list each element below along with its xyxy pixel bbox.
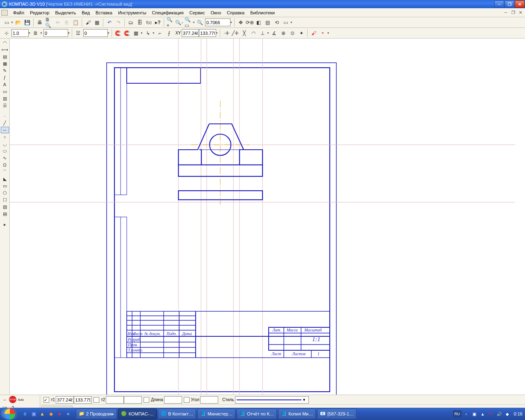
chamfer-tool-icon[interactable]: ◣ (1, 176, 9, 182)
snap-int-icon[interactable]: ╳ (240, 29, 249, 37)
polygon-tool-icon[interactable]: ⬠ (1, 189, 9, 196)
shade-icon[interactable]: ▤ (264, 18, 272, 27)
select-panel-icon[interactable]: ▭ (1, 88, 9, 95)
ql-more-icon[interactable]: » (64, 410, 72, 418)
drawing-canvas[interactable]: Изм. Лист № докум. Подп. Дата Разраб. Пр… (10, 39, 525, 395)
grid-icon[interactable]: ▦ (132, 29, 140, 37)
lang-indicator[interactable]: RU (453, 411, 461, 417)
magnet-on-icon[interactable]: 🧲 (114, 29, 122, 37)
snap-ext-icon[interactable]: ✦ (297, 29, 306, 37)
angle-field[interactable] (200, 396, 218, 404)
arc-tool-icon[interactable]: ◡ (1, 141, 9, 147)
t1-y-field[interactable] (74, 396, 92, 404)
hatch-panel-icon[interactable]: ▦ (1, 60, 9, 67)
tray-volume-icon[interactable]: 🔊 (496, 411, 502, 417)
magnet-off-icon[interactable]: 🧲 (123, 29, 131, 37)
spline-tool-icon[interactable]: ∿ (1, 155, 9, 161)
tray-icon-2[interactable]: ▲ (479, 411, 486, 417)
local-cs-icon[interactable]: ⌐ (156, 29, 164, 37)
snap-near-icon[interactable]: ·✛ (222, 29, 231, 37)
t1-lock[interactable]: ✓ (43, 397, 49, 403)
mdi-minimize-icon[interactable]: ─ (503, 10, 509, 15)
tree-icon[interactable]: 🗄 (136, 18, 144, 27)
snap-norm-icon[interactable]: ⊥ (258, 29, 267, 37)
layer-icon[interactable]: ☱ (74, 29, 82, 37)
style-dropdown[interactable]: ▼ (235, 396, 309, 404)
menu-tools[interactable]: Инструменты (115, 9, 149, 16)
t2-y-field[interactable] (124, 396, 142, 404)
task-word2[interactable]: 📘Отчёт по К… (237, 409, 277, 419)
snap-tan-icon[interactable]: ◠ (249, 29, 258, 37)
refresh-icon[interactable]: ⟲ (273, 18, 281, 27)
view-icon[interactable]: 🗎 (32, 29, 40, 37)
task-mail[interactable]: 📧[587-329-1… (317, 409, 356, 419)
auto-icon[interactable]: Auto (17, 396, 25, 403)
brush-icon[interactable]: 🖌 (310, 29, 318, 37)
param-panel-icon[interactable]: ƒ (1, 74, 9, 81)
assoc-panel-icon[interactable]: ▥ (1, 95, 9, 102)
menu-window[interactable]: Окно (208, 9, 224, 16)
stop-icon[interactable]: STOP (9, 396, 16, 403)
save-icon[interactable]: 💾 (23, 18, 32, 27)
ortho-icon[interactable]: ↳ (144, 29, 152, 37)
task-word1[interactable]: 📘Министер… (197, 409, 235, 419)
zoomout-icon[interactable]: 🔍- (175, 18, 183, 27)
copy-icon[interactable]: ⎘ (63, 18, 71, 27)
spec-panel-icon[interactable]: ☰ (1, 102, 9, 109)
circle-tool-icon[interactable]: ○ (1, 134, 9, 140)
aux-line-tool-icon[interactable]: ╱ (1, 120, 9, 126)
t2-x-field[interactable] (106, 396, 124, 404)
menu-select[interactable]: Выделить (52, 9, 79, 16)
redo-icon[interactable]: ↷ (114, 18, 123, 27)
coord-x-field[interactable] (182, 29, 199, 37)
length-field[interactable] (164, 396, 182, 404)
task-explorer[interactable]: 📁2 Проводник ▸ (76, 409, 117, 419)
mdi-restore-icon[interactable]: ❐ (510, 10, 516, 15)
edit-panel-icon[interactable]: ✎ (1, 67, 9, 74)
t1-x-field[interactable] (56, 396, 74, 404)
zoom-combo[interactable] (205, 18, 231, 26)
fillet-tool-icon[interactable]: ⌒ (1, 169, 9, 175)
paste-icon[interactable]: 📋 (72, 18, 80, 27)
preview-icon[interactable]: 🗎🔍 (45, 18, 53, 27)
tray-shield-icon[interactable]: 🛡 (488, 411, 494, 417)
pan-icon[interactable]: ✥ (237, 18, 245, 27)
task-kompas[interactable]: 🟢КОМПАС-… (118, 409, 157, 419)
menu-view[interactable]: Вид (79, 9, 93, 16)
undo-icon[interactable]: ↶ (105, 18, 114, 27)
overlap-icon[interactable]: ▭ (282, 18, 290, 27)
layer-combo[interactable] (83, 29, 108, 37)
dim-point-icon[interactable]: • (319, 29, 327, 37)
print-icon[interactable]: 🖶 (36, 18, 44, 27)
tray-icon-1[interactable]: ▣ (471, 411, 478, 417)
ellipse-tool-icon[interactable]: ⬭ (1, 148, 9, 154)
measure-panel-icon[interactable]: A (1, 81, 9, 88)
len-lock[interactable] (144, 397, 149, 403)
start-button[interactable] (1, 408, 19, 420)
zoomin-icon[interactable]: 🔍+ (166, 18, 174, 27)
point-tool-icon[interactable]: · (1, 113, 9, 119)
menu-service[interactable]: Сервис (187, 9, 208, 16)
mdi-close-icon[interactable]: ✕ (518, 10, 523, 15)
step-combo[interactable] (11, 29, 29, 37)
rect-tool-icon[interactable]: ▭ (1, 183, 9, 189)
view-combo[interactable] (43, 29, 68, 37)
task-word3[interactable]: 📘Копия Ми… (278, 409, 316, 419)
open-icon[interactable]: 📂 (14, 18, 23, 27)
snap-mid-icon[interactable]: ╱✛ (231, 29, 240, 37)
ang-lock[interactable] (184, 397, 189, 403)
snap-angle-icon[interactable]: ∡ (270, 29, 278, 37)
menu-spec[interactable]: Спецификация (149, 9, 187, 16)
param-icon[interactable]: ⨍ (165, 29, 173, 37)
tray-expand-icon[interactable]: ‹ (463, 411, 470, 417)
menu-insert[interactable]: Вставка (93, 9, 115, 16)
equid-tool-icon[interactable]: ▧ (1, 203, 9, 210)
colors-icon[interactable]: ◧ (255, 18, 263, 27)
manager-icon[interactable]: 🗂 (127, 18, 135, 27)
symbol-panel-icon[interactable]: ▤ (1, 53, 9, 60)
tray-icon-5[interactable]: ◆ (504, 411, 511, 417)
menu-libs[interactable]: Библиотеки (247, 9, 278, 16)
menu-editor[interactable]: Редактор (27, 9, 52, 16)
snap-center-icon[interactable]: ⊙ (288, 29, 297, 37)
zoomrotate-icon[interactable]: ⟳⊕ (246, 18, 254, 27)
